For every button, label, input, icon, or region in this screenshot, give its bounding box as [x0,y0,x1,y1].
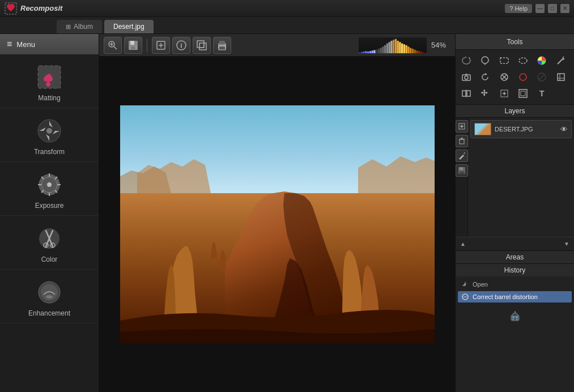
eraser-tool[interactable] [516,70,530,84]
camera-tool[interactable] [459,70,474,84]
sidebar-item-enhancement[interactable]: Enhancement [0,270,99,323]
help-button[interactable]: ? Help [505,4,532,13]
svg-point-45 [224,44,226,45]
sidebar-item-color[interactable]: Color [0,216,99,270]
desert-image [120,105,435,343]
add-point-tool[interactable] [497,86,512,101]
areas-header[interactable]: Areas [456,251,574,263]
layer-up-button[interactable]: ▲ [459,240,467,248]
svg-rect-49 [500,58,508,63]
save-layer-button[interactable] [456,164,468,177]
svg-point-54 [465,76,468,79]
svg-rect-44 [219,46,225,49]
center-area: i [99,34,455,392]
add-layer-button[interactable] [152,37,170,54]
new-layer-button[interactable] [456,120,468,133]
history-open-label: Open [473,281,488,288]
svg-text:i: i [180,42,182,50]
layer-item-desert[interactable]: DESERT.JPG 👁 [470,120,572,138]
rotate-tool[interactable] [478,70,492,84]
tools-grid: T [456,50,574,104]
menu-label: Menu [16,40,35,49]
svg-point-50 [519,58,527,63]
svg-rect-61 [558,74,564,80]
enhancement-icon [35,278,64,307]
paint-layer-button[interactable] [456,150,468,162]
layer-thumbnail [474,123,491,135]
history-header[interactable]: History [456,264,574,276]
enhancement-label: Enhancement [28,309,70,317]
layers-title: Layers [504,107,525,115]
minimize-button[interactable]: — [535,4,545,13]
lasso-tool[interactable] [459,53,474,68]
transform-icon [35,116,64,146]
svg-point-23 [46,295,53,299]
save-button[interactable] [124,37,142,54]
print-button[interactable] [213,37,231,54]
history-item-barrel[interactable]: Correct barrel distortion [458,291,572,302]
history-list: Open Correct barrel distortion [456,276,574,305]
svg-rect-38 [199,43,206,50]
svg-point-92 [515,312,516,313]
layer-visibility-icon[interactable]: 👁 [560,125,568,134]
svg-rect-89 [512,319,514,320]
histogram-area: 54% [359,37,450,53]
history-section: History Open Correct barrel distortion [456,263,574,305]
sidebar-item-transform[interactable]: Transform [0,108,99,162]
svg-point-58 [520,74,526,80]
info-button[interactable]: i [172,37,190,54]
move-tool[interactable] [478,86,492,101]
ellipse-select-tool[interactable] [516,53,530,68]
main-toolbar: i [99,34,455,57]
layers-panel-wrapper: DESERT.JPG 👁 [456,118,574,237]
svg-rect-86 [513,313,517,316]
menu-button[interactable]: ≡ Menu [0,34,99,54]
history-item-open[interactable]: Open [458,279,572,290]
feather-tool[interactable] [497,70,512,84]
magic-wand-tool[interactable] [554,53,568,68]
layers-main: DESERT.JPG 👁 [468,118,574,237]
canvas-area[interactable] [99,57,455,392]
text-tool-label: T [539,89,545,98]
help-label: Help [515,5,528,12]
svg-rect-71 [519,90,527,97]
layer-down-button[interactable]: ▼ [563,240,571,248]
main-area: ≡ Menu Matting [0,34,574,392]
titlebar-controls: ? Help — □ ✕ [505,4,569,13]
zoom-combo-button[interactable] [104,37,122,54]
tab-album[interactable]: ⊞ Album [57,20,102,33]
layers-header: Layers [456,104,574,118]
sidebar-item-exposure[interactable]: Exposure [0,162,99,216]
rect-select-tool[interactable] [497,53,512,68]
svg-rect-80 [460,167,463,170]
delete-layer-button[interactable] [456,135,468,147]
maximize-button[interactable]: □ [548,4,557,13]
matting-label: Matting [38,94,60,102]
close-button[interactable]: ✕ [560,4,569,13]
frame-select-tool[interactable] [516,86,530,101]
sidebar-item-matting[interactable]: Matting [0,54,99,108]
resize-button[interactable] [193,37,211,54]
crop-tool[interactable] [554,70,568,84]
svg-line-60 [539,74,545,80]
speech-bubble-tool[interactable] [478,53,492,68]
histogram-canvas [359,37,427,53]
svg-rect-42 [219,41,225,44]
tab-desert[interactable]: Desert.jpg [104,20,154,33]
svg-rect-72 [521,91,525,96]
svg-point-4 [46,128,52,134]
svg-point-48 [482,57,488,63]
color-picker-tool[interactable] [534,53,549,68]
flip-tool[interactable] [459,86,474,101]
color-icon [35,224,64,253]
layers-side-controls [456,118,468,237]
right-panel-bottom [456,305,574,329]
text-tool[interactable]: T [534,86,549,101]
tools-title: Tools [507,38,522,46]
layers-section: Layers [456,104,574,237]
transform-label: Transform [34,148,65,156]
svg-line-25 [114,46,117,49]
tools-panel-header: Tools [456,34,574,50]
matting-icon [35,62,64,92]
right-panel: Tools [455,34,574,392]
